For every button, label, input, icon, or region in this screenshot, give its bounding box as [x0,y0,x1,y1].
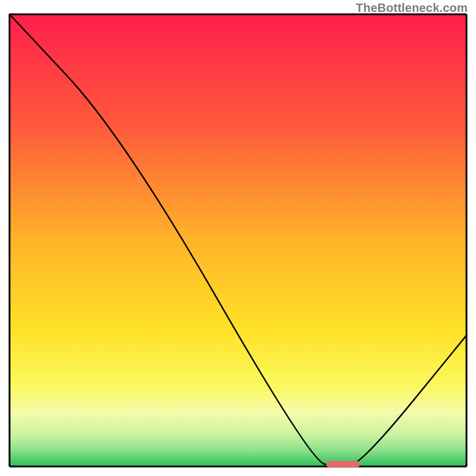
chart-container: TheBottleneck.com [0,0,476,476]
plot-background [10,14,466,466]
bottleneck-chart [6,13,470,470]
